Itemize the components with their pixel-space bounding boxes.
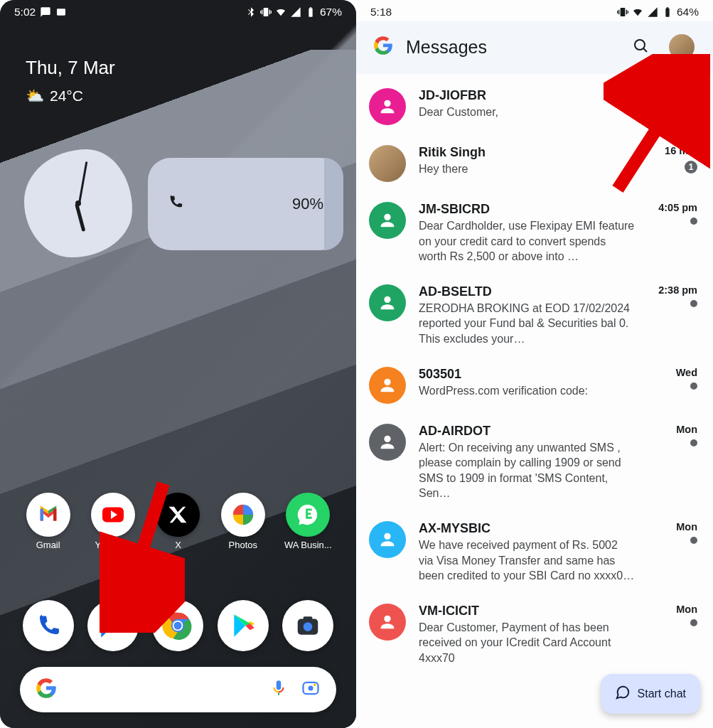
battery-widget[interactable]: 90%: [148, 158, 343, 250]
svg-rect-7: [304, 616, 313, 620]
status-bar: 5:18 64%: [356, 0, 713, 21]
status-time: 5:02: [14, 6, 36, 18]
chat-icon: [615, 685, 631, 703]
signal-icon: [647, 6, 658, 18]
search-icon: [632, 37, 649, 57]
thread-snippet: ZERODHA BROKING at EOD 17/02/2024 report…: [419, 301, 635, 347]
unread-dot: [690, 537, 697, 544]
thread-time: Mon: [676, 604, 697, 615]
thread-sender: AD-AIRDOT: [419, 424, 635, 439]
dock-app-camera[interactable]: [282, 600, 333, 651]
thread-snippet: We have received payment of Rs. 5002 via…: [419, 537, 635, 584]
start-chat-fab[interactable]: Start chat: [601, 674, 700, 714]
conversation-item[interactable]: AD-AIRDOTAlert: On receiving any unwante…: [356, 414, 713, 511]
thread-time: Wed: [676, 367, 697, 378]
svg-point-6: [304, 622, 313, 631]
conversation-item[interactable]: AX-MYSBICWe have received payment of Rs.…: [356, 511, 713, 594]
svg-point-4: [174, 622, 182, 630]
thread-time: min: [679, 88, 697, 100]
status-time: 5:18: [370, 6, 392, 18]
status-battery-percent: 67%: [320, 6, 342, 18]
search-button[interactable]: [626, 33, 655, 61]
google-g-icon: [373, 36, 393, 58]
thread-time: Mon: [676, 424, 697, 435]
app-label-youtube: YouTube: [95, 540, 132, 550]
dock-app-messages[interactable]: [87, 600, 139, 651]
conversation-item[interactable]: JD-JIOFBRDear Customer,min: [356, 78, 713, 135]
dock-app-playstore[interactable]: [218, 600, 269, 651]
avatar-icon: [369, 521, 406, 558]
google-g-icon: [36, 678, 57, 702]
header-title: Messages: [406, 37, 613, 58]
thread-sender: AD-BSELTD: [419, 284, 635, 299]
battery-icon: [662, 6, 673, 18]
weather-widget[interactable]: ⛅ 24°C: [26, 87, 115, 105]
svg-line-13: [643, 48, 647, 52]
app-youtube[interactable]: YouTube: [85, 493, 141, 550]
avatar-icon: [369, 202, 406, 239]
app-photos[interactable]: Photos: [215, 493, 271, 550]
thread-sender: JM-SBICRD: [419, 202, 635, 217]
app-gmail[interactable]: Gmail: [21, 493, 76, 550]
dock-app-chrome[interactable]: [152, 600, 203, 651]
conversation-item[interactable]: JM-SBICRDDear Cardholder, use Flexipay E…: [356, 192, 713, 274]
app-label-photos: Photos: [229, 540, 257, 550]
unread-dot: [690, 619, 697, 626]
thread-time: Mon: [676, 521, 697, 532]
avatar-icon: [369, 424, 406, 461]
vibrate-icon: [260, 6, 272, 18]
battery-widget-percent: 90%: [292, 195, 323, 213]
mic-icon[interactable]: [269, 679, 288, 700]
clock-widget[interactable]: [24, 149, 132, 257]
chat-bubble-notif-icon: [40, 6, 51, 18]
thread-snippet: WordPress.com verification code:: [419, 383, 635, 399]
weather-icon: ⛅: [26, 87, 44, 105]
app-label-x: X: [175, 540, 181, 550]
thread-snippet: Alert: On receiving any unwanted SMS , p…: [419, 440, 635, 501]
app-label-gmail: Gmail: [36, 540, 60, 550]
card-notif-icon: [55, 6, 67, 18]
conversation-item[interactable]: 503501WordPress.com verification code:We…: [356, 357, 713, 414]
thread-sender: AX-MYSBIC: [419, 521, 635, 536]
thread-sender: JD-JIOFBR: [419, 88, 635, 103]
vibrate-icon: [617, 6, 628, 18]
profile-avatar-button[interactable]: [668, 33, 696, 61]
wifi-icon: [632, 6, 643, 18]
svg-point-10: [313, 684, 316, 687]
phone-icon: [168, 194, 183, 214]
unread-dot: [690, 382, 697, 390]
avatar: [669, 34, 695, 60]
svg-rect-0: [57, 9, 65, 15]
lens-icon[interactable]: [301, 678, 321, 701]
unread-dot: [690, 439, 697, 446]
unread-dot: [690, 104, 697, 111]
start-chat-label: Start chat: [638, 687, 686, 700]
messages-header: Messages: [356, 21, 713, 74]
thread-snippet: Dear Customer, Payment of has been recei…: [419, 620, 635, 666]
unread-dot: [690, 218, 697, 225]
app-wa-business[interactable]: WA Busin...: [280, 493, 336, 550]
thread-snippet: Hey there: [419, 161, 635, 177]
google-search-bar[interactable]: [20, 667, 336, 712]
home-screen: 5:02 67% Thu, 7 Mar ⛅ 24°C: [0, 0, 356, 728]
avatar-icon: [369, 88, 406, 125]
thread-sender: 503501: [419, 367, 635, 382]
thread-snippet: Dear Cardholder, use Flexipay EMI featur…: [419, 218, 635, 264]
conversation-item[interactable]: VM-ICICITDear Customer, Payment of has b…: [356, 594, 713, 676]
wifi-icon: [275, 6, 286, 18]
thread-snippet: Dear Customer,: [419, 105, 635, 120]
weather-temp: 24°C: [50, 87, 83, 105]
home-date[interactable]: Thu, 7 Mar: [26, 57, 115, 79]
svg-point-12: [635, 40, 645, 50]
unread-dot: [690, 300, 697, 307]
thread-time: 2:38 pm: [658, 284, 697, 296]
app-x[interactable]: X: [150, 493, 205, 550]
avatar-icon: [369, 367, 406, 404]
battery-icon: [305, 6, 316, 18]
conversation-item[interactable]: Ritik SinghHey there16 min1: [356, 135, 713, 192]
conversation-list[interactable]: JD-JIOFBRDear Customer,minRitik SinghHey…: [356, 74, 713, 705]
conversation-item[interactable]: AD-BSELTDZERODHA BROKING at EOD 17/02/20…: [356, 274, 713, 357]
avatar-icon: [369, 604, 406, 641]
dock-app-phone[interactable]: [23, 600, 74, 651]
clock-hour-hand: [75, 203, 85, 232]
